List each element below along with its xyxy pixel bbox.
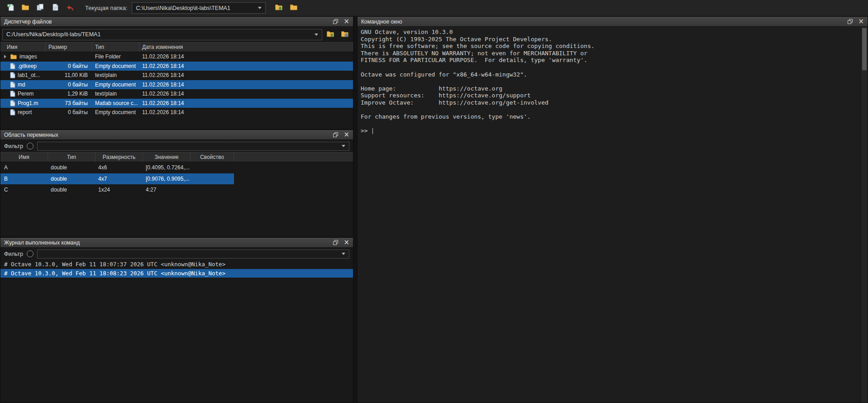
open-folder-icon [21,4,29,12]
paste-icon [52,4,59,12]
file-row[interactable]: lab1_ot...11,00 KiBtext/plain11.02.2026 … [0,71,353,80]
file-name-label: md [18,82,25,88]
chevron-down-icon [342,145,345,147]
filter-checkbox[interactable] [27,143,33,149]
workspace-filter-combobox[interactable] [37,142,349,151]
folder-up-button[interactable] [272,2,286,14]
variable-dimension: 1x24 [95,187,143,193]
history-filter-combobox[interactable] [37,249,349,259]
history-entry[interactable]: # Octave 10.3.0, Wed Feb 11 18:07:37 202… [0,260,353,269]
variable-row[interactable]: Cdouble1x244:27 [0,184,234,196]
main-toolbar: Текущая папка: C:\Users\Nika\Desktop\it-… [0,0,868,16]
browse-folder-button[interactable] [287,2,300,14]
new-script-button[interactable] [4,2,17,14]
variable-dimension: 4x6 [95,164,143,171]
file-row[interactable]: Prog1.m73 байтыMatlab source c...11.02.2… [0,99,353,108]
variable-type: double [48,164,95,171]
undock-icon[interactable] [333,132,338,137]
command-window-panel: Командное окно × GNU Octave, version 10.… [357,16,868,403]
history-entry[interactable]: # Octave 10.3.0, Wed Feb 11 18:08:23 202… [0,269,353,278]
undock-icon[interactable] [333,240,338,245]
close-icon[interactable]: × [343,18,349,25]
file-size: 1,29 KiB [46,91,92,97]
chevron-down-icon [258,7,262,9]
file-name-label: report [18,109,32,115]
file-row[interactable]: report0 байтыEmpty document11.02.2026 18… [0,108,353,117]
copy-icon [37,4,44,12]
folder-actions-button[interactable] [339,29,351,40]
file-name-cell: images [0,53,46,60]
file-row[interactable]: .gitkeep0 байтыEmpty document11.02.2026 … [0,62,353,71]
file-icon [10,72,15,78]
copy-button[interactable] [33,2,47,14]
file-icon [10,100,15,106]
file-row[interactable]: md0 байтыEmpty document11.02.2026 18:14 [0,80,353,90]
folder-icon [290,4,298,12]
column-header[interactable]: Имя [0,153,48,162]
command-window-output[interactable]: GNU Octave, version 10.3.0 Copyright (C)… [358,27,868,134]
file-name-label: lab1_ot... [18,72,40,78]
file-manager-titlebar[interactable]: Диспетчер файлов × [0,17,353,27]
file-name-cell: Prog1.m [0,100,46,106]
undock-icon[interactable] [848,19,853,24]
close-icon[interactable]: × [343,131,349,138]
left-dock-column: Диспетчер файлов × C:/Users/Nika/Desktop… [0,16,353,403]
undock-icon[interactable] [333,19,338,24]
file-icon [10,109,15,115]
variable-row[interactable]: Adouble4x6[0.4095, 0.7264,... [0,162,234,173]
variable-type: double [48,187,95,193]
command-history-body: Фильтр # Octave 10.3.0, Wed Feb 11 18:07… [0,248,353,403]
variable-value: [0.4095, 0.7264,... [143,164,191,171]
file-name-label: .gitkeep [18,63,37,69]
file-type: Empty document [92,63,139,69]
column-header[interactable]: Тип [92,43,139,52]
file-type: text/plain [92,72,139,78]
file-icon [10,91,15,97]
column-header[interactable]: Размерность [95,153,143,162]
column-header-spacer [234,153,353,162]
file-table-header: ИмяРазмерТипДата изменения [0,42,353,52]
column-header[interactable]: Свойство [191,153,234,162]
current-folder-combobox[interactable]: C:\Users\Nika\Desktop\it-labs\TEMA1 [132,2,266,14]
command-history-titlebar[interactable]: Журнал выполненных команд × [0,238,353,248]
file-row[interactable]: imagesFile Folder11.02.2026 18:14 [0,52,353,62]
file-name-cell: report [0,109,46,115]
scrollbar-thumb[interactable] [862,28,867,70]
column-header[interactable]: Дата изменения [139,43,353,52]
folder-up-button[interactable] [324,29,337,40]
file-table-rows: imagesFile Folder11.02.2026 18:14.gitkee… [0,52,353,117]
close-icon[interactable]: × [858,18,864,25]
current-folder-value: C:\Users\Nika\Desktop\it-labs\TEMA1 [136,5,230,11]
workspace-body: Фильтр ИмяТипРазмерностьЗначениеСвойство… [0,140,353,237]
column-header[interactable]: Размер [46,43,92,52]
undo-button[interactable] [63,2,77,14]
file-row[interactable]: Perem1,29 KiBtext/plain11.02.2026 18:14 [0,89,353,99]
file-type: File Folder [92,53,139,60]
folder-up-icon [326,30,334,39]
workspace-titlebar[interactable]: Область переменных × [0,130,353,140]
chevron-down-icon [315,34,318,36]
variable-row[interactable]: Bdouble4x7[0.9076, 0.9095,... [0,173,234,185]
expander-icon[interactable] [2,55,8,58]
close-icon[interactable]: × [343,239,349,246]
column-header[interactable]: Тип [48,153,95,162]
file-size: 11,00 KiB [46,72,92,78]
filter-checkbox[interactable] [27,250,33,257]
paste-button[interactable] [48,2,62,14]
file-manager-body: C:/Users/Nika/Desktop/it-labs/TEMA1 ИмяР… [0,27,353,129]
column-header[interactable]: Значение [143,153,191,162]
command-window-titlebar[interactable]: Командное окно × [358,17,868,27]
file-date: 11.02.2026 18:14 [139,109,353,115]
folder-up-icon [275,4,283,12]
open-button[interactable] [19,2,32,14]
variable-name: A [0,164,48,171]
file-name-cell: lab1_ot... [0,72,46,78]
file-date: 11.02.2026 18:14 [139,100,353,106]
workspace-filter-row: Фильтр [0,140,353,152]
column-header[interactable]: Имя [0,43,46,52]
fm-path-combobox[interactable]: C:/Users/Nika/Desktop/it-labs/TEMA1 [2,29,322,40]
workspace-panel: Область переменных × Фильтр ИмяТипРазмер… [0,130,353,237]
variable-value: [0.9076, 0.9095,... [143,176,191,182]
file-name-label: Perem [18,91,33,97]
vertical-scrollbar[interactable] [861,27,868,403]
